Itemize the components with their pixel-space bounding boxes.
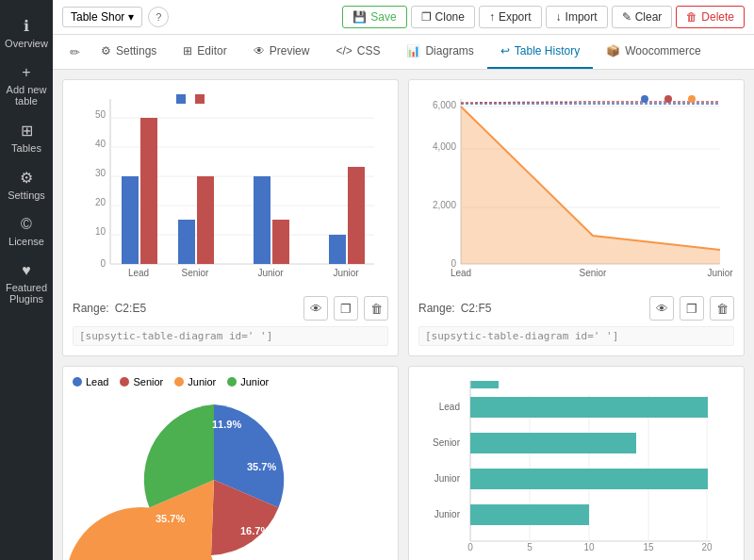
import-button[interactable]: ↓ Import — [546, 6, 608, 28]
import-label: Import — [566, 10, 598, 24]
svg-text:Junior: Junior — [434, 473, 461, 484]
svg-rect-26 — [348, 167, 365, 264]
svg-text:4,000: 4,000 — [433, 141, 456, 152]
trash-icon: 🗑 — [370, 302, 383, 316]
export-button[interactable]: ↑ Export — [479, 6, 542, 28]
legend-item-senior: Senior — [120, 376, 163, 387]
import-icon: ↓ — [556, 10, 562, 24]
tab-editor-label: Editor — [197, 44, 226, 58]
tab-preview-label: Preview — [270, 44, 310, 58]
svg-text:6,000: 6,000 — [433, 100, 456, 110]
svg-rect-14 — [176, 94, 186, 104]
clear-button[interactable]: ✎ Clear — [612, 6, 673, 28]
legend-dot-junior2 — [227, 377, 237, 387]
bar-chart-shortcode: [supsytic-table-diagram id=' '] — [73, 326, 388, 346]
svg-text:10: 10 — [95, 226, 107, 237]
export-label: Export — [499, 10, 532, 24]
copy-icon: ❐ — [340, 302, 352, 316]
pie-legend: Lead Senior Junior Junior — [73, 376, 388, 387]
help-button[interactable]: ? — [148, 7, 169, 27]
svg-text:0: 0 — [467, 542, 473, 552]
tab-editor[interactable]: ⊞ Editor — [170, 35, 239, 69]
tab-preview[interactable]: 👁 Preview — [240, 35, 323, 69]
delete-button[interactable]: 🗑 Delete — [676, 6, 745, 28]
tab-diagrams-label: Diagrams — [425, 44, 473, 58]
export-icon: ↑ — [489, 10, 495, 24]
tab-woo[interactable]: 📦 Woocommerce — [593, 35, 713, 69]
legend-label-lead: Lead — [86, 376, 108, 387]
charts-grid: 0 10 20 30 40 50 — [62, 79, 745, 560]
bar-chart-card: 0 10 20 30 40 50 — [62, 79, 399, 356]
pie-chart-container: 35.7% 16.7% 35.7% 11.9% — [73, 395, 388, 560]
edit-icon-button[interactable]: ✏ — [62, 40, 88, 65]
svg-rect-16 — [122, 176, 139, 264]
svg-rect-25 — [329, 235, 346, 264]
svg-text:10: 10 — [583, 542, 595, 552]
svg-text:15: 15 — [643, 542, 654, 552]
svg-text:Senior: Senior — [433, 437, 461, 448]
svg-marker-37 — [461, 107, 720, 264]
tab-settings[interactable]: ⚙ Settings — [88, 35, 170, 69]
bar-chart-range-row: Range: C2:E5 👁 ❐ 🗑 — [73, 296, 388, 321]
legend-item-lead: Lead — [73, 376, 108, 387]
svg-text:20: 20 — [701, 542, 713, 552]
sidebar-item-settings[interactable]: ⚙ Settings — [0, 161, 53, 208]
svg-text:2,000: 2,000 — [433, 200, 456, 210]
tab-history[interactable]: ↩ Table History — [487, 35, 593, 69]
delete-label: Delete — [701, 10, 734, 24]
clone-icon: ❐ — [421, 10, 432, 24]
eye-icon-2: 👁 — [656, 302, 668, 316]
settings-tab-icon: ⚙ — [101, 44, 111, 58]
sidebar-item-tables[interactable]: ⊞ Tables — [0, 114, 53, 161]
history-tab-icon: ↩ — [500, 44, 510, 58]
svg-rect-68 — [470, 504, 589, 525]
tab-history-label: Table History — [515, 44, 580, 58]
svg-rect-66 — [470, 469, 708, 489]
bar-chart-range-value: C2:E5 — [115, 302, 146, 315]
table-selector[interactable]: Table Shor ▾ — [62, 7, 142, 27]
range-label-2: Range: — [418, 302, 455, 315]
editor-tab-icon: ⊞ — [183, 44, 192, 58]
bar-chart-view-button[interactable]: 👁 — [303, 296, 328, 321]
svg-rect-19 — [178, 220, 195, 264]
legend-item-junior2: Junior — [227, 376, 269, 387]
line-chart-view-button[interactable]: 👁 — [649, 296, 674, 321]
line-chart-copy-button[interactable]: ❐ — [680, 296, 704, 321]
clone-button[interactable]: ❐ Clone — [411, 6, 475, 28]
bar-chart-copy-button[interactable]: ❐ — [334, 296, 358, 321]
svg-point-40 — [664, 95, 672, 103]
clone-label: Clone — [435, 10, 465, 24]
svg-text:Junior: Junior — [257, 268, 284, 278]
heart-icon: ♥ — [22, 262, 31, 279]
tab-diagrams[interactable]: 📊 Diagrams — [393, 35, 486, 69]
svg-text:Junior: Junior — [333, 268, 359, 278]
clear-icon: ✎ — [622, 10, 631, 24]
line-chart-delete-button[interactable]: 🗑 — [710, 296, 734, 321]
save-button[interactable]: 💾 Save — [342, 6, 406, 28]
bar-chart-svg: 0 10 20 30 40 50 — [73, 90, 384, 288]
preview-tab-icon: 👁 — [254, 44, 265, 58]
sidebar-item-add-table[interactable]: + Add new table — [0, 57, 53, 114]
add-icon: + — [22, 64, 30, 81]
legend-label-senior: Senior — [133, 376, 163, 387]
line-chart-range-value: C2:F5 — [461, 302, 492, 315]
license-icon: © — [21, 216, 32, 233]
tab-css[interactable]: </> CSS — [322, 35, 393, 69]
svg-rect-49 — [470, 381, 499, 388]
svg-text:0: 0 — [100, 258, 106, 269]
info-icon: ℹ — [24, 17, 29, 35]
svg-point-41 — [688, 95, 696, 103]
bar-chart-delete-button[interactable]: 🗑 — [364, 296, 388, 321]
legend-item-junior1: Junior — [174, 376, 216, 387]
settings-icon: ⚙ — [20, 169, 33, 187]
svg-text:5: 5 — [527, 542, 533, 552]
svg-point-39 — [641, 95, 648, 103]
topbar-left: Table Shor ▾ ? — [62, 7, 169, 27]
sidebar-item-overview[interactable]: ℹ Overview — [0, 9, 53, 57]
topbar: Table Shor ▾ ? 💾 Save ❐ Clone ↑ Export ↓ — [53, 0, 754, 35]
legend-label-junior2: Junior — [240, 376, 269, 387]
sidebar-item-featured[interactable]: ♥ Featured Plugins — [0, 255, 53, 312]
sidebar-item-license[interactable]: © License — [0, 208, 53, 255]
sidebar: ℹ Overview + Add new table ⊞ Tables ⚙ Se… — [0, 0, 53, 560]
line-chart-shortcode: [supsytic-table-diagram id=' '] — [418, 326, 734, 346]
